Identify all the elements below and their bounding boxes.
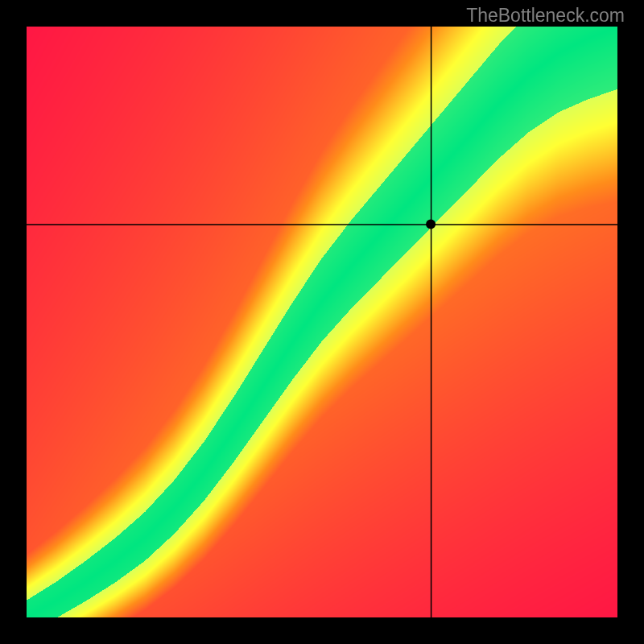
chart-frame: TheBottleneck.com [0, 0, 644, 644]
attribution-text: TheBottleneck.com [466, 5, 625, 27]
bottleneck-heatmap [27, 27, 617, 617]
